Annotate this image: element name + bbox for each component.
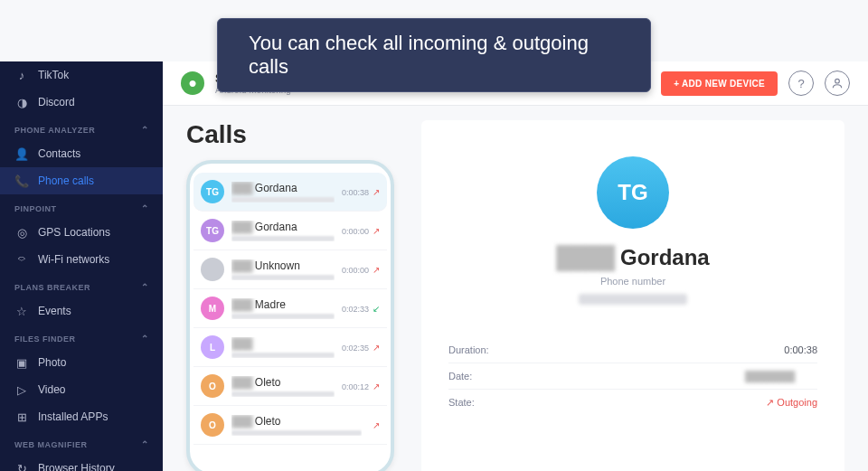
chevron-up-icon: ⌃ <box>141 203 149 213</box>
section-title: PHONE ANALYZER <box>14 126 95 135</box>
call-details: Duration:0:00:38Date:████████State:↗ Out… <box>448 337 817 416</box>
caller-avatar: TG <box>201 180 224 203</box>
sidebar-item-video[interactable]: ▷Video <box>0 376 163 403</box>
redacted-text: ████ <box>556 245 614 270</box>
caller-name: ███ Oleto <box>231 376 335 389</box>
call-row[interactable]: L ███ 0:02:35↗ <box>193 328 387 367</box>
sidebar-item-label: GPS Locations <box>38 226 110 239</box>
sidebar-section-header[interactable]: PLANS BREAKER⌃ <box>0 273 163 297</box>
call-row[interactable]: O ███ Oleto ↗ <box>193 406 387 445</box>
call-duration: 0:00:00↗ <box>342 265 380 275</box>
outgoing-arrow-icon: ↗ <box>373 343 380 353</box>
redacted-phone-number <box>579 294 687 305</box>
call-row[interactable]: TG ███ Gordana 0:00:38↗ <box>193 173 387 212</box>
detail-row: Date:████████ <box>448 363 817 389</box>
video-icon: ▷ <box>14 382 29 397</box>
wi-fi-networks-icon: ⌔ <box>14 252 29 267</box>
account-icon[interactable] <box>825 71 850 96</box>
sidebar-item-label: Events <box>38 305 71 317</box>
detail-value: 0:00:38 <box>784 344 817 355</box>
installed-apps-icon: ⊞ <box>14 410 29 424</box>
caller-avatar <box>201 258 224 281</box>
section-title: WEB MAGNIFIER <box>14 440 88 449</box>
call-duration: ↗ <box>369 420 380 430</box>
detail-value: ████████ <box>745 371 817 382</box>
caller-avatar: O <box>201 374 224 398</box>
photo-icon: ▣ <box>14 355 29 370</box>
help-icon[interactable]: ? <box>788 71 814 96</box>
caller-name: ███ Unknown <box>231 259 335 272</box>
add-device-button[interactable]: + ADD NEW DEVICE <box>661 71 778 96</box>
redacted-text <box>231 430 362 436</box>
sidebar-item-browser-history[interactable]: ↻Browser History <box>0 455 163 471</box>
detail-label: Duration: <box>448 344 489 355</box>
call-list-panel: TG ███ Gordana 0:00:38↗TG ███ Gordana 0:… <box>186 160 394 471</box>
caller-name: ███ <box>231 337 335 350</box>
redacted-text <box>231 391 335 397</box>
contact-name: ████ Gordana <box>556 245 709 270</box>
redacted-text <box>231 353 335 358</box>
contact-avatar: TG <box>597 156 669 229</box>
call-row[interactable]: M ███ Madre 0:02:33↙ <box>193 289 387 328</box>
sidebar-item-label: Contacts <box>38 147 80 160</box>
gps-locations-icon: ◎ <box>14 225 29 240</box>
tiktok-icon: ♪ <box>14 68 29 82</box>
detail-label: Date: <box>448 371 472 382</box>
sidebar: ♪TikTok◑DiscordPHONE ANALYZER⌃👤Contacts📞… <box>0 61 163 471</box>
phone-number-label: Phone number <box>600 276 665 287</box>
redacted-text <box>231 236 335 241</box>
detail-row: Duration:0:00:38 <box>448 337 817 363</box>
detail-label: State: <box>448 397 475 409</box>
caller-name: ███ Gordana <box>231 221 335 233</box>
sidebar-item-wi-fi-networks[interactable]: ⌔Wi-Fi networks <box>0 246 163 273</box>
sidebar-section-header[interactable]: PINPOINT⌃ <box>0 194 163 219</box>
chevron-up-icon: ⌃ <box>141 334 149 344</box>
sidebar-section-header[interactable]: WEB MAGNIFIER⌃ <box>0 430 163 455</box>
call-row[interactable]: ███ Unknown 0:00:00↗ <box>193 250 387 289</box>
call-duration: 0:00:12↗ <box>342 382 380 391</box>
section-title: FILES FINDER <box>14 334 76 344</box>
caller-avatar: M <box>201 297 224 320</box>
sidebar-item-discord[interactable]: ◑Discord <box>0 89 163 116</box>
chevron-up-icon: ⌃ <box>141 125 149 135</box>
sidebar-section-header[interactable]: FILES FINDER⌃ <box>0 325 163 349</box>
redacted-text <box>231 314 335 319</box>
sidebar-item-label: Discord <box>38 96 75 108</box>
sidebar-item-events[interactable]: ☆Events <box>0 297 163 325</box>
call-row[interactable]: O ███ Oleto 0:00:12↗ <box>193 367 387 406</box>
incoming-arrow-icon: ↙ <box>373 304 380 314</box>
outgoing-arrow-icon: ↗ <box>373 420 380 430</box>
caller-name: ███ Madre <box>231 298 335 311</box>
caller-avatar: O <box>201 413 224 437</box>
chevron-up-icon: ⌃ <box>141 282 149 292</box>
sidebar-item-installed-apps[interactable]: ⊞Installed APPs <box>0 403 163 430</box>
call-duration: 0:00:38↗ <box>342 187 380 197</box>
sidebar-item-tiktok[interactable]: ♪TikTok <box>0 61 163 89</box>
outgoing-arrow-icon: ↗ <box>373 382 380 391</box>
contacts-icon: 👤 <box>14 146 29 161</box>
outgoing-arrow-icon: ↗ <box>373 226 380 236</box>
sidebar-item-label: Wi-Fi networks <box>38 253 109 266</box>
caller-avatar: TG <box>201 219 224 242</box>
caller-avatar: L <box>201 335 224 359</box>
call-duration: 0:02:35↗ <box>342 343 380 353</box>
sidebar-item-label: Phone calls <box>38 174 94 187</box>
sidebar-section-header[interactable]: PHONE ANALYZER⌃ <box>0 116 163 140</box>
call-duration: 0:00:00↗ <box>342 226 380 236</box>
call-row[interactable]: TG ███ Gordana 0:00:00↗ <box>193 212 387 250</box>
sidebar-item-phone-calls[interactable]: 📞Phone calls <box>0 167 163 194</box>
info-banner: You can check all incoming & outgoing ca… <box>217 18 651 92</box>
events-icon: ☆ <box>14 304 29 318</box>
section-title: PINPOINT <box>14 204 57 213</box>
sidebar-item-photo[interactable]: ▣Photo <box>0 349 163 376</box>
caller-name: ███ Gordana <box>231 182 335 194</box>
sidebar-item-contacts[interactable]: 👤Contacts <box>0 140 163 167</box>
caller-name: ███ Oleto <box>231 415 362 428</box>
redacted-text <box>231 275 335 280</box>
sidebar-item-label: Installed APPs <box>38 410 108 423</box>
detail-row: State:↗ Outgoing <box>448 389 817 416</box>
sidebar-item-gps-locations[interactable]: ◎GPS Locations <box>0 219 163 246</box>
sidebar-item-label: Browser History <box>38 462 115 471</box>
sidebar-item-label: Photo <box>38 356 66 369</box>
phone-calls-icon: 📞 <box>14 174 29 188</box>
